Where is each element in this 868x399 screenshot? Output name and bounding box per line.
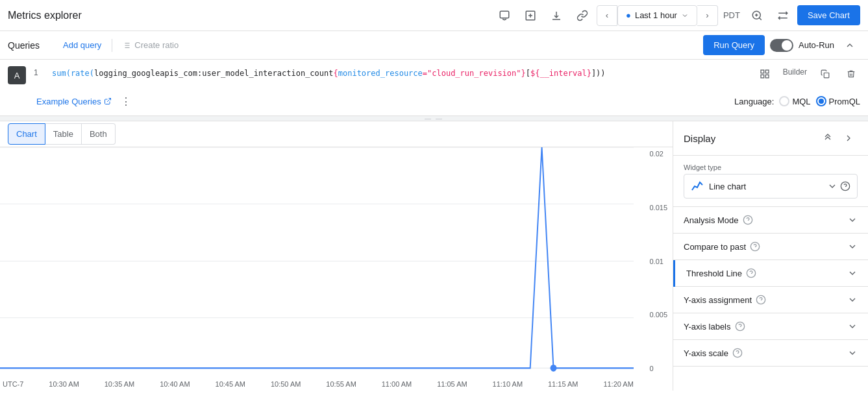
query-row-1: A 1 sum(rate(logging_googleapis_com:user… — [0, 60, 868, 90]
x-label-1110: 11:10 AM — [493, 380, 523, 388]
query-editor-toolbar: Example Queries ⋮ Language: MQL PromQL — [0, 90, 868, 115]
compare-icon-btn[interactable] — [771, 4, 795, 27]
download-icon-btn[interactable] — [545, 4, 568, 27]
display-option-y-axis-assignment[interactable]: Y-axis assignment — [673, 287, 868, 313]
run-query-button[interactable]: Run Query — [703, 35, 765, 55]
compare-past-help-icon — [750, 241, 760, 252]
display-header-actions — [819, 129, 858, 147]
toggle-knob — [782, 40, 792, 51]
display-option-y-axis-labels[interactable]: Y-axis labels — [673, 313, 868, 340]
y-axis-labels-left: Y-axis labels — [684, 321, 745, 332]
chat-icon-btn[interactable] — [493, 4, 516, 27]
chevron-down-icon — [827, 181, 837, 191]
zoom-icon-btn[interactable] — [745, 4, 769, 27]
threshold-label: Threshold Line — [686, 269, 742, 278]
chart-container: 0.02 0.015 0.01 0.005 0 — [0, 147, 673, 391]
top-bar: Metrics explorer ‹ ● Last 1 hour › PDT — [0, 0, 868, 31]
builder-icon-btn[interactable] — [756, 65, 774, 83]
widget-type-value: Line chart — [709, 182, 746, 191]
y-axis-scale-label: Y-axis scale — [684, 348, 728, 358]
tab-both[interactable]: Both — [82, 123, 116, 145]
more-options-btn[interactable]: ⋮ — [117, 92, 135, 110]
promql-radio-dot — [819, 99, 824, 104]
collapse-queries-button[interactable] — [839, 35, 860, 56]
analysis-chevron-icon — [847, 215, 858, 225]
timezone-label: PDT — [721, 10, 743, 20]
query-bracket-open: [ — [526, 69, 530, 78]
y-axis-labels-chevron-icon — [847, 321, 858, 332]
display-title: Display — [684, 133, 715, 144]
queries-title: Queries — [8, 40, 40, 51]
main-content: Chart Table Both 0.02 0.015 0.01 0.005 0 — [0, 121, 868, 391]
y-label-2: 0.01 — [649, 258, 667, 265]
widget-type-select[interactable]: Line chart — [684, 174, 858, 199]
display-panel: Display Widget type Line chart — [673, 121, 868, 391]
display-expand-btn[interactable] — [839, 129, 858, 147]
time-range-label: Last 1 hour — [635, 10, 677, 20]
copy-query-btn[interactable] — [816, 65, 834, 83]
create-ratio-label: Create ratio — [134, 40, 179, 50]
analysis-mode-help-icon — [743, 215, 753, 225]
add-query-button[interactable]: Add query — [45, 38, 106, 53]
save-chart-button[interactable]: Save Chart — [797, 5, 860, 25]
y-axis-scale-chevron-icon — [847, 348, 858, 358]
time-prev-btn[interactable]: ‹ — [597, 5, 617, 26]
language-selector: Language: MQL PromQL — [734, 96, 860, 106]
x-label-tz: UTC-7 — [3, 380, 23, 388]
y-axis-assignment-help-icon — [756, 295, 766, 305]
x-label-1035: 10:35 AM — [105, 380, 134, 388]
builder-label: Builder — [782, 65, 808, 79]
delete-query-btn[interactable] — [842, 65, 860, 83]
widget-type-label: Widget type — [684, 163, 858, 171]
clock-icon: ● — [626, 10, 631, 20]
help-circle-icon — [840, 181, 850, 191]
link-icon-btn[interactable] — [571, 4, 594, 27]
query-interval: ${__interval} — [530, 69, 591, 78]
query-close: ])) — [591, 69, 606, 78]
widget-type-section: Widget type Line chart — [673, 156, 868, 207]
display-collapse-btn[interactable] — [819, 129, 837, 147]
auto-run-toggle[interactable] — [770, 39, 793, 52]
query-fn-part: sum(rate( — [52, 69, 94, 78]
y-axis-scale-help-icon — [732, 348, 743, 358]
compare-past-left: Compare to past — [684, 241, 760, 252]
chart-svg — [0, 147, 634, 375]
example-queries-link[interactable]: Example Queries — [36, 97, 112, 106]
display-option-y-axis-scale[interactable]: Y-axis scale — [673, 340, 868, 367]
query-braces: {monitored_resource="cloud_run_revision"… — [334, 69, 526, 78]
x-label-1040: 10:40 AM — [160, 380, 190, 388]
compare-past-chevron-icon — [847, 241, 858, 252]
query-text-input[interactable]: sum(rate(logging_googleapis_com:user_mod… — [52, 65, 748, 80]
drag-handle[interactable]: — — — [0, 115, 868, 121]
top-bar-actions: ‹ ● Last 1 hour › PDT Save Chart — [493, 4, 860, 27]
auto-run-toggle-container: Auto-Run — [770, 39, 834, 52]
threshold-accent-bar — [673, 260, 675, 287]
x-label-1120: 11:20 AM — [603, 380, 633, 388]
x-label-1055: 10:55 AM — [326, 380, 356, 388]
y-label-1: 0.015 — [649, 204, 667, 212]
chart-area: Chart Table Both 0.02 0.015 0.01 0.005 0 — [0, 121, 673, 391]
x-label-1045: 10:45 AM — [216, 380, 245, 388]
toolbar-left: Example Queries ⋮ — [36, 92, 135, 110]
add-query-label: Add query — [63, 40, 101, 50]
create-ratio-button[interactable]: Create ratio — [118, 38, 184, 53]
chart-dot — [551, 365, 557, 372]
time-next-btn[interactable]: › — [697, 5, 718, 26]
threshold-chevron-icon — [847, 268, 858, 278]
mql-radio-circle — [779, 96, 789, 106]
chart-line — [0, 147, 634, 368]
y-label-0: 0.02 — [649, 150, 667, 158]
display-option-analysis-mode[interactable]: Analysis Mode — [673, 207, 868, 234]
display-option-compare-past[interactable]: Compare to past — [673, 234, 868, 260]
promql-radio-option[interactable]: PromQL — [816, 96, 860, 106]
mql-radio-option[interactable]: MQL — [779, 96, 810, 106]
display-option-threshold[interactable]: Threshold Line — [673, 260, 868, 287]
x-axis-labels: UTC-7 10:30 AM 10:35 AM 10:40 AM 10:45 A… — [3, 380, 634, 388]
threshold-help-icon — [746, 268, 756, 278]
tab-table[interactable]: Table — [45, 123, 82, 145]
time-range-btn[interactable]: ● Last 1 hour — [617, 5, 697, 26]
query-line-number: 1 — [34, 65, 44, 77]
line-chart-icon — [691, 180, 704, 193]
add-chart-icon-btn[interactable] — [519, 4, 542, 27]
tab-chart[interactable]: Chart — [8, 123, 45, 145]
